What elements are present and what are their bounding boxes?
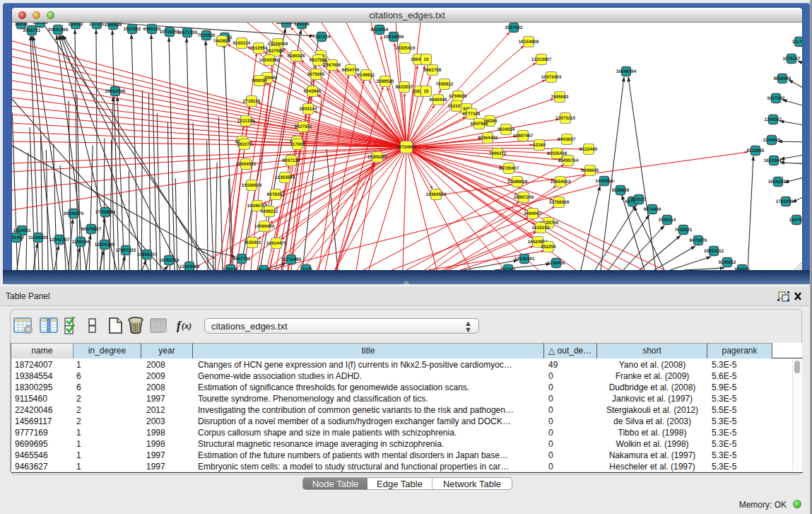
svg-text:(x): (x) (182, 321, 192, 331)
